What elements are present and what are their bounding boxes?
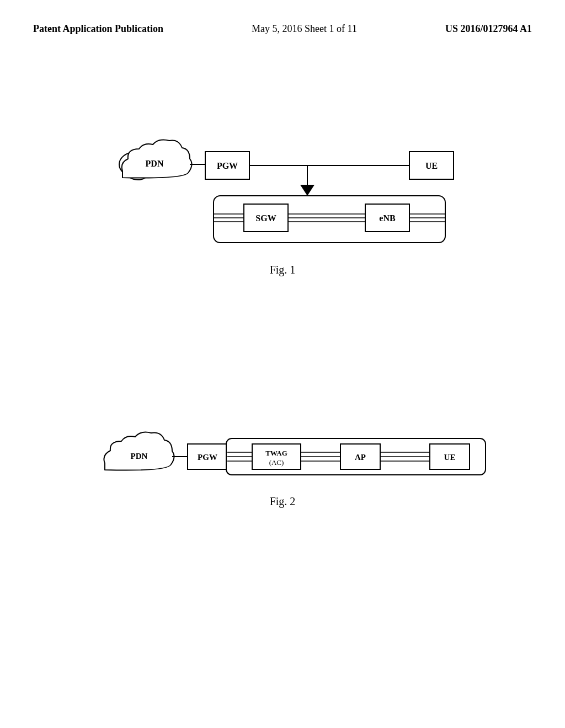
down-arrow [300,185,315,196]
fig1-diagram: PDN PGW UE [0,99,565,276]
svg-text:UE: UE [425,161,438,170]
pdn-cloud: PDN [119,140,192,180]
fig1-svg-wrapper: PDN PGW UE [89,99,476,254]
twag-box: TWAG (AC) [252,444,301,469]
pgw-box-fig2: PGW [188,444,227,469]
page-header: Patent Application Publication May 5, 20… [0,0,565,36]
ap-box: AP [340,444,380,469]
ue-box-fig1: UE [409,152,454,179]
publication-label: Patent Application Publication [33,22,163,36]
svg-text:eNB: eNB [379,213,396,223]
svg-text:(AC): (AC) [269,458,284,467]
ue-box-fig2: UE [430,444,470,469]
patent-number-label: US 2016/0127964 A1 [445,22,532,36]
enb-box: eNB [365,204,409,232]
svg-text:SGW: SGW [255,213,276,223]
svg-text:PGW: PGW [198,453,217,462]
pdn-cloud-fig2: PDN [104,432,174,470]
svg-text:PGW: PGW [217,161,238,170]
svg-text:UE: UE [444,453,456,462]
fig2-svg-wrapper: PDN PGW TWAG (AC) [89,419,476,485]
fig2-label: Fig. 2 [270,495,296,508]
fig2-diagram: PDN PGW TWAG (AC) [0,419,565,508]
date-sheet-label: May 5, 2016 Sheet 1 of 11 [252,22,357,36]
svg-text:TWAG: TWAG [265,449,287,457]
svg-text:AP: AP [355,453,366,462]
fig1-label: Fig. 1 [270,264,296,276]
pgw-box: PGW [205,152,249,179]
sgw-box: SGW [244,204,288,232]
svg-text:PDN: PDN [131,452,148,461]
svg-text:PDN: PDN [146,159,164,168]
